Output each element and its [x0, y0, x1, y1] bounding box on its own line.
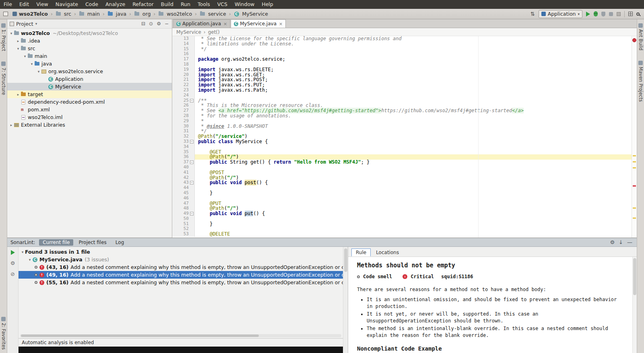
rule-scrollbar[interactable] [632, 257, 637, 353]
code-area[interactable]: 13 * See the License for the specific la… [172, 36, 632, 238]
stripe-mark-warning[interactable] [633, 167, 636, 168]
hide-panel-icon[interactable]: − [164, 21, 169, 27]
tree-expand-icon[interactable]: ▸ [16, 92, 21, 96]
breadcrumb-item-src[interactable]: src [54, 10, 72, 17]
run-button[interactable] [586, 12, 590, 16]
issue-row[interactable]: ↑(55, 16)Add a nested comment explaining… [19, 279, 343, 286]
error-stripe[interactable] [632, 36, 637, 238]
tree-item-idea[interactable]: ▸.idea [7, 37, 172, 45]
chevron-down-icon[interactable]: ▾ [27, 258, 32, 262]
issue-file-row[interactable]: ▾MyService.java(3 issues) [19, 256, 343, 263]
chevron-down-icon[interactable]: ▾ [35, 22, 37, 26]
tree-item-myservice[interactable]: MyService [7, 83, 172, 90]
code-line[interactable]: 40 [172, 165, 632, 170]
issue-row[interactable]: ↑(43, 16)Add a nested comment explaining… [19, 263, 343, 271]
tree-item-wso2telco-iml[interactable]: wso2Telco.iml [7, 113, 172, 121]
tree-expand-icon[interactable]: ▾ [23, 54, 27, 58]
code-line[interactable]: 52 [172, 226, 632, 232]
breadcrumb-item-myservice[interactable]: MyService [233, 10, 269, 17]
configure-icon[interactable]: ⚙ [10, 261, 15, 266]
tree-expand-icon[interactable]: ▸ [9, 123, 14, 127]
editor-tab-myservice-java[interactable]: MyService.java× [231, 19, 286, 28]
menu-item-build[interactable]: Build [157, 0, 177, 9]
issues-summary-row[interactable]: ▾Found 3 issues in 1 file [19, 248, 343, 256]
menu-item-code[interactable]: Code [82, 0, 102, 9]
code-line[interactable]: 45 } [172, 191, 632, 196]
menu-item-run[interactable]: Run [177, 0, 194, 9]
sonarlint-tab-log[interactable]: Log [112, 239, 128, 246]
tree-expand-icon[interactable]: ▾ [16, 47, 21, 51]
code-line[interactable]: 34 [172, 144, 632, 150]
menu-item-navigate[interactable]: Navigate [52, 0, 82, 9]
code-line[interactable]: 51 } [172, 222, 632, 227]
code-line[interactable]: 24 [172, 93, 632, 98]
code-line[interactable]: 50 [172, 216, 632, 222]
breadcrumb-item-wso2telco[interactable]: wso2telco [157, 10, 193, 17]
sort-icon[interactable]: ⇅ [530, 11, 535, 17]
scrollbar-thumb[interactable] [344, 248, 347, 272]
stripe-mark-error[interactable] [633, 185, 636, 187]
menu-item-view[interactable]: View [33, 0, 52, 9]
breadcrumb-item-java[interactable]: java [106, 10, 128, 17]
analyze-play-icon[interactable] [11, 250, 15, 255]
code-line[interactable]: 43 public void post() { [172, 180, 632, 185]
menu-item-edit[interactable]: Edit [16, 0, 33, 9]
menu-item-window[interactable]: Window [231, 0, 258, 9]
tree-item-wso2telco[interactable]: ▾wso2Telco~/Desktop/test/wso2Telco [7, 29, 172, 37]
tree-item-org-wso2telco-service[interactable]: ▾org.wso2telco.service [7, 68, 172, 75]
horizontal-scrollbar[interactable] [20, 334, 341, 337]
editor-breadcrumb-item-get[interactable]: get() [208, 29, 220, 35]
tree-item-dependency-reduced-pom-xml[interactable]: dependency-reduced-pom.xml [7, 98, 172, 106]
toolwindow-button-ant-build[interactable]: Ant Build [638, 23, 644, 50]
fold-marker-icon[interactable] [190, 160, 194, 164]
scrollbar-thumb[interactable] [21, 335, 259, 337]
code-line[interactable]: 33public class MyService { [172, 139, 632, 144]
profiler-button[interactable] [609, 12, 613, 16]
tree-item-java[interactable]: ▾java [7, 60, 172, 68]
toolwindow-button-7-structure[interactable]: 7: Structure [1, 62, 6, 95]
code-line[interactable]: 35 @GET [172, 150, 632, 155]
code-line[interactable]: 17package org.wso2telco.service; [172, 57, 632, 62]
code-line[interactable]: 30 * @since 1.0.0-SNAPSHOT [172, 124, 632, 129]
scroll-from-source-icon[interactable]: ⊙ [148, 21, 154, 27]
toolwindow-button-1-project[interactable]: 1: Project [1, 23, 6, 51]
breadcrumb-item-main[interactable]: main [78, 10, 101, 17]
menu-item-file[interactable]: File [0, 0, 16, 9]
settings-gear-icon[interactable]: ⚙ [609, 239, 616, 245]
code-line[interactable]: 23import javax.ws.rs.Path; [172, 88, 632, 93]
inspection-status-icon[interactable] [632, 38, 636, 42]
tree-item-pom-xml[interactable]: pom.xml [7, 106, 172, 113]
breadcrumb-item-wso2telco[interactable]: wso2Telco [11, 10, 49, 17]
editor-breadcrumb-item-myservice[interactable]: MyService [176, 29, 201, 35]
tree-item-target[interactable]: ▸target [7, 90, 172, 98]
editor-tab-application-java[interactable]: Application.java× [173, 19, 230, 28]
code-line[interactable]: 14 * limitations under the License. [172, 41, 632, 47]
fold-marker-icon[interactable] [190, 99, 194, 103]
toolwindow-button-maven-projects[interactable]: Maven Projects [638, 61, 644, 102]
code-line[interactable]: 53 @DELETE [172, 232, 632, 237]
stop-button[interactable] [617, 12, 621, 16]
code-editor[interactable]: 13 * See the License for the specific la… [172, 36, 637, 238]
stripe-mark-warning[interactable] [633, 218, 636, 219]
breadcrumb-item-org[interactable]: org [133, 10, 152, 17]
code-line[interactable]: 47 @PUT [172, 201, 632, 206]
tree-item-external-libraries[interactable]: ▸External Libraries [7, 121, 172, 129]
menu-item-tools[interactable]: Tools [194, 0, 214, 9]
fold-marker-icon[interactable] [190, 140, 194, 144]
code-line[interactable]: 37 public String get() { return "Hello f… [172, 160, 632, 165]
menu-item-vcs[interactable]: VCS [214, 0, 231, 9]
code-line[interactable]: 46 [172, 196, 632, 201]
project-panel-title[interactable]: Project [16, 21, 33, 27]
stripe-mark-warning[interactable] [633, 207, 636, 209]
code-line[interactable]: 15 */ [172, 47, 632, 52]
tree-expand-icon[interactable]: ▾ [9, 31, 14, 35]
tree-item-src[interactable]: ▾src [7, 45, 172, 52]
search-icon[interactable] [636, 12, 640, 16]
fold-marker-icon[interactable] [190, 181, 194, 185]
code-line[interactable]: 28 * for the usage of annotations. [172, 113, 632, 119]
code-line[interactable]: 41 @POST [172, 170, 632, 175]
breadcrumb-item-service[interactable]: service [198, 10, 227, 17]
code-line[interactable]: 44 [172, 185, 632, 191]
close-icon[interactable]: × [279, 21, 283, 27]
tree-expand-icon[interactable]: ▾ [36, 70, 41, 74]
